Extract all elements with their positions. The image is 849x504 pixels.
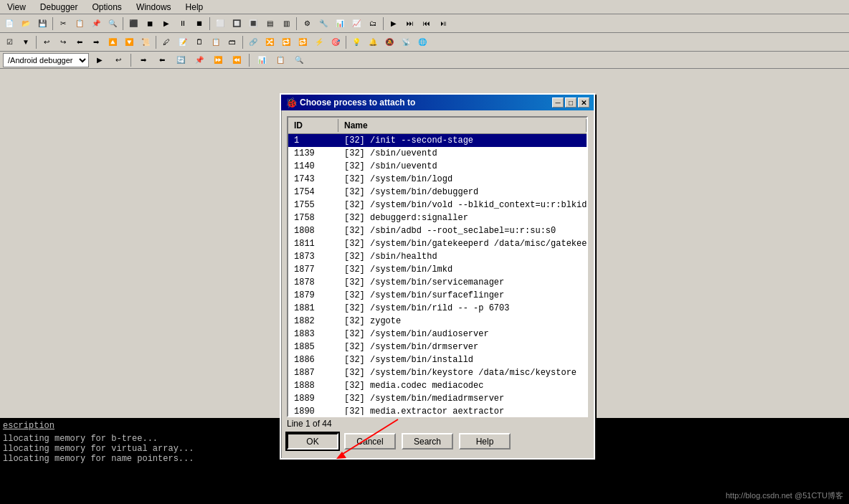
table-row[interactable]: 1883[32] /system/bin/audioserver xyxy=(288,328,587,341)
tb1-btn4[interactable]: ✂ xyxy=(55,16,71,32)
table-row[interactable]: 1811[32] /system/bin/gatekeeperd /data/m… xyxy=(288,237,587,250)
tb1-btn11[interactable]: ⏸ xyxy=(175,16,191,32)
dialog-maximize-button[interactable]: □ xyxy=(565,98,577,108)
tb2-btn22[interactable]: 🔔 xyxy=(365,34,381,50)
dialog-close-button[interactable]: ✕ xyxy=(578,98,589,108)
tb2-btn12[interactable]: 🗒 xyxy=(191,34,207,50)
tb1-btn7[interactable]: 🔍 xyxy=(105,16,120,32)
tb1-btn10[interactable]: ▶ xyxy=(158,16,174,32)
tb1-btn23[interactable]: ▶ xyxy=(386,16,402,32)
table-row[interactable]: 1873[32] /sbin/healthd xyxy=(288,250,587,263)
tb2-btn19[interactable]: ⚡ xyxy=(311,34,327,50)
tb2-btn21[interactable]: 💡 xyxy=(348,34,364,50)
tb1-btn15[interactable]: 🔳 xyxy=(245,16,261,32)
tb2-btn10[interactable]: 🖊 xyxy=(158,34,174,50)
table-row[interactable]: 1888[32] media.codec mediacodec xyxy=(288,379,587,392)
table-row[interactable]: 1758[32] debuggerd:signaller xyxy=(288,211,587,224)
tb1-btn9[interactable]: ◼ xyxy=(142,16,158,32)
tb2-btn20[interactable]: 🎯 xyxy=(328,34,343,50)
tb3-btn7[interactable]: ⏩ xyxy=(210,52,226,68)
tb3-btn4[interactable]: ⬅ xyxy=(154,52,170,68)
tb3-btn11[interactable]: 🔍 xyxy=(291,52,307,68)
menu-help[interactable]: Help xyxy=(181,1,208,14)
tb2-btn6[interactable]: ➡ xyxy=(88,34,104,50)
tb1-btn14[interactable]: 🔲 xyxy=(229,16,245,32)
tb1-btn21[interactable]: 📈 xyxy=(348,16,364,32)
tb1-btn18[interactable]: ⚙ xyxy=(299,16,315,32)
tb1-btn13[interactable]: ⬜ xyxy=(212,16,228,32)
tb3-btn9[interactable]: 📊 xyxy=(254,52,270,68)
tb2-btn11[interactable]: 📝 xyxy=(175,34,191,50)
menu-debugger[interactable]: Debugger xyxy=(36,1,82,14)
tb2-btn2[interactable]: ▼ xyxy=(18,34,34,50)
tb3-btn6[interactable]: 📌 xyxy=(191,52,207,68)
tb3-btn1[interactable]: ▶ xyxy=(92,52,108,68)
table-row[interactable]: 1881[32] /system/bin/rild -- -p 6703 xyxy=(288,302,587,315)
tb1-btn17[interactable]: ▥ xyxy=(278,16,294,32)
tb2-btn5[interactable]: ⬅ xyxy=(72,34,87,50)
menu-windows[interactable]: Windows xyxy=(132,1,176,14)
search-button[interactable]: Search xyxy=(402,433,453,450)
table-row[interactable]: 1743[32] /system/bin/logd xyxy=(288,173,587,186)
table-row[interactable]: 1[32] /init --second-stage xyxy=(288,134,587,147)
tb1-btn16[interactable]: ▤ xyxy=(262,16,278,32)
table-row[interactable]: 1755[32] /system/bin/vold --blkid_contex… xyxy=(288,199,587,211)
tb1-btn1[interactable]: 📄 xyxy=(1,16,17,32)
tb2-btn7[interactable]: 🔼 xyxy=(105,34,120,50)
sep2 xyxy=(123,17,123,30)
tb2-btn24[interactable]: 📡 xyxy=(398,34,414,50)
tb3-btn8[interactable]: ⏪ xyxy=(229,52,245,68)
table-row[interactable]: 1878[32] /system/bin/servicemanager xyxy=(288,276,587,289)
tb2-btn13[interactable]: 📋 xyxy=(208,34,224,50)
cancel-button[interactable]: Cancel xyxy=(344,433,396,450)
menu-view[interactable]: View xyxy=(3,1,30,14)
tb2-btn15[interactable]: 🔗 xyxy=(245,34,261,50)
tb1-btn19[interactable]: 🔧 xyxy=(316,16,331,32)
process-id-cell: 1811 xyxy=(288,238,338,249)
tb1-btn6[interactable]: 📌 xyxy=(88,16,104,32)
tb2-btn4[interactable]: ↪ xyxy=(55,34,71,50)
tb2-btn14[interactable]: 🗃 xyxy=(224,34,240,50)
tb1-btn26[interactable]: ⏯ xyxy=(435,16,451,32)
tb1-btn25[interactable]: ⏮ xyxy=(419,16,435,32)
tb2-btn18[interactable]: 🔂 xyxy=(295,34,310,50)
table-row[interactable]: 1808[32] /sbin/adbd --root_seclabel=u:r:… xyxy=(288,224,587,237)
tb2-btn9[interactable]: 📜 xyxy=(138,34,153,50)
ok-button[interactable]: OK xyxy=(287,433,338,450)
table-row[interactable]: 1877[32] /system/bin/lmkd xyxy=(288,263,587,276)
tb1-btn5[interactable]: 📋 xyxy=(72,16,87,32)
tb1-btn24[interactable]: ⏭ xyxy=(402,16,418,32)
tb3-btn2[interactable]: ↩ xyxy=(110,52,126,68)
tb1-btn22[interactable]: 🗂 xyxy=(365,16,381,32)
table-row[interactable]: 1140[32] /sbin/ueventd xyxy=(288,160,587,173)
table-row[interactable]: 1139[32] /sbin/ueventd xyxy=(288,147,587,160)
table-row[interactable]: 1886[32] /system/bin/installd xyxy=(288,353,587,366)
dialog-minimize-button[interactable]: ─ xyxy=(552,98,564,108)
tb2-btn16[interactable]: 🔀 xyxy=(262,34,278,50)
table-row[interactable]: 1890[32] media.extractor aextractor xyxy=(288,405,587,415)
tb2-btn25[interactable]: 🌐 xyxy=(414,34,430,50)
tb3-btn3[interactable]: ➡ xyxy=(136,52,151,68)
table-row[interactable]: 1754[32] /system/bin/debuggerd xyxy=(288,186,587,199)
tb1-btn2[interactable]: 📂 xyxy=(18,16,34,32)
table-row[interactable]: 1889[32] /system/bin/mediadrmserver xyxy=(288,392,587,405)
tb2-btn17[interactable]: 🔁 xyxy=(278,34,294,50)
tb2-btn3[interactable]: ↩ xyxy=(39,34,54,50)
table-row[interactable]: 1887[32] /system/bin/keystore /data/misc… xyxy=(288,366,587,379)
tb2-btn23[interactable]: 🔕 xyxy=(381,34,397,50)
table-row[interactable]: 1885[32] /system/bin/drmserver xyxy=(288,341,587,353)
table-row[interactable]: 1879[32] /system/bin/surfaceflinger xyxy=(288,289,587,302)
tb3-btn10[interactable]: 📋 xyxy=(272,52,288,68)
tb2-btn8[interactable]: 🔽 xyxy=(121,34,137,50)
debugger-dropdown[interactable]: /Android debugger /Native debugger xyxy=(3,53,89,67)
menu-options[interactable]: Options xyxy=(88,1,126,14)
tb1-btn20[interactable]: 📊 xyxy=(332,16,348,32)
process-list-body[interactable]: 1[32] /init --second-stage1139[32] /sbin… xyxy=(288,134,587,415)
tb1-btn8[interactable]: ⬛ xyxy=(125,16,141,32)
tb2-btn1[interactable]: ☑ xyxy=(1,34,17,50)
tb1-btn12[interactable]: ⏹ xyxy=(191,16,207,32)
help-button[interactable]: Help xyxy=(459,433,511,450)
tb3-btn5[interactable]: 🔄 xyxy=(173,52,189,68)
table-row[interactable]: 1882[32] zygote xyxy=(288,315,587,328)
tb1-btn3[interactable]: 💾 xyxy=(34,16,50,32)
